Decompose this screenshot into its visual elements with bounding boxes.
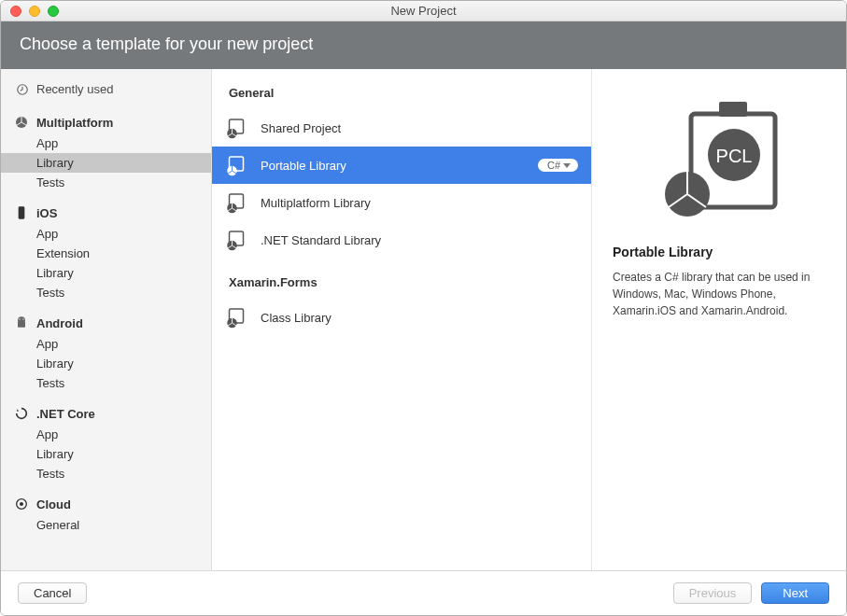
sidebar-category-multiplatform[interactable]: Multiplatform [1, 107, 211, 133]
template-group-title: Xamarin.Forms [212, 259, 591, 299]
sidebar-item-tests[interactable]: Tests [1, 464, 211, 483]
template-icon [225, 229, 247, 251]
sidebar-category-ios[interactable]: iOS [1, 198, 211, 224]
footer: Cancel Previous Next [1, 570, 846, 615]
svg-rect-5 [19, 206, 25, 218]
sidebar-category-cloud[interactable]: Cloud [1, 489, 211, 515]
content: Recently used MultiplatformAppLibraryTes… [1, 69, 846, 570]
template-icon [225, 154, 247, 176]
sidebar-item-extension[interactable]: Extension [1, 244, 211, 263]
detail-illustration: PCL [613, 88, 826, 237]
recently-used-button[interactable]: Recently used [1, 77, 211, 107]
sidebar-item-library[interactable]: Library [1, 354, 211, 373]
sidebar-category-android[interactable]: Android [1, 308, 211, 334]
svg-text:PCL: PCL [716, 146, 753, 166]
next-button[interactable]: Next [761, 582, 829, 604]
sidebar: Recently used MultiplatformAppLibraryTes… [1, 69, 212, 570]
template-label: Shared Project [261, 121, 578, 135]
detail-description: Creates a C# library that can be used in… [613, 269, 826, 319]
template-label: Portable Library [261, 159, 525, 173]
sidebar-item-library[interactable]: Library [1, 263, 211, 283]
netcore-icon [14, 406, 29, 421]
sidebar-item-tests[interactable]: Tests [1, 173, 211, 192]
recently-used-label: Recently used [36, 82, 113, 96]
window-title: New Project [1, 4, 846, 18]
detail-panel: PCL Portable Library Creates a C# librar… [592, 69, 846, 570]
template-item[interactable]: Portable LibraryC# [212, 147, 591, 184]
sidebar-item-library[interactable]: Library [1, 444, 211, 464]
recent-icon [16, 83, 29, 96]
sidebar-item-app[interactable]: App [1, 224, 211, 244]
page-title: Choose a template for your new project [20, 35, 313, 53]
detail-title: Portable Library [613, 245, 826, 259]
ios-icon [14, 205, 29, 220]
svg-point-10 [21, 503, 23, 506]
template-item[interactable]: .NET Standard Library [212, 221, 591, 259]
sidebar-category-label: Multiplatform [36, 116, 113, 130]
sidebar-item-app[interactable]: App [1, 425, 211, 444]
cancel-button[interactable]: Cancel [18, 582, 87, 604]
previous-button: Previous [673, 582, 753, 604]
sidebar-item-tests[interactable]: Tests [1, 373, 211, 393]
svg-point-8 [22, 318, 23, 319]
template-item[interactable]: Multiplatform Library [212, 184, 591, 221]
template-icon [225, 117, 247, 139]
sidebar-item-app[interactable]: App [1, 133, 211, 153]
close-icon[interactable] [10, 6, 21, 17]
language-badge[interactable]: C# [538, 159, 578, 172]
android-icon [14, 315, 29, 330]
svg-point-7 [19, 318, 20, 319]
template-label: .NET Standard Library [261, 233, 578, 247]
template-item[interactable]: Class Library [212, 299, 591, 336]
page-header: Choose a template for your new project [1, 21, 846, 69]
template-group-title: General [212, 69, 591, 109]
sidebar-item-tests[interactable]: Tests [1, 283, 211, 302]
sidebar-category-label: Android [36, 316, 83, 330]
traffic-lights [1, 6, 59, 17]
titlebar: New Project [1, 1, 846, 21]
sidebar-category-label: iOS [36, 206, 57, 220]
zoom-icon[interactable] [48, 6, 59, 17]
template-list: General Shared Project Portable LibraryC… [212, 69, 592, 570]
minimize-icon[interactable] [29, 6, 40, 17]
sidebar-item-app[interactable]: App [1, 334, 211, 354]
sidebar-item-general[interactable]: General [1, 515, 211, 535]
multiplatform-icon [14, 115, 29, 130]
sidebar-category-netcore[interactable]: .NET Core [1, 399, 211, 425]
template-label: Class Library [261, 311, 578, 325]
sidebar-item-library[interactable]: Library [1, 153, 211, 173]
template-label: Multiplatform Library [261, 196, 578, 210]
svg-rect-6 [18, 321, 25, 328]
sidebar-category-label: .NET Core [36, 407, 95, 421]
template-icon [225, 306, 247, 329]
chevron-down-icon [563, 163, 571, 168]
sidebar-category-label: Cloud [36, 497, 71, 511]
template-icon [225, 191, 247, 214]
cloud-icon [14, 497, 29, 511]
template-item[interactable]: Shared Project [212, 109, 591, 147]
svg-rect-37 [719, 102, 747, 117]
